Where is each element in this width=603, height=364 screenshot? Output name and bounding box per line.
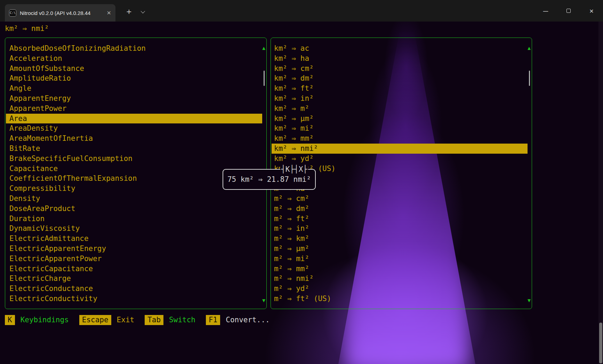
close-button[interactable]: × [580, 0, 603, 22]
command-prompt-icon: C:\ [9, 9, 16, 17]
keybinding-chip-k[interactable]: K [5, 315, 15, 325]
list-item[interactable]: m² ⇒ ft² (US) [272, 294, 528, 304]
list-item[interactable]: km² ⇒ mm² [272, 134, 528, 144]
list-item[interactable]: km² ⇒ ha [272, 54, 528, 64]
list-item[interactable]: km² ⇒ cm² [272, 64, 528, 74]
list-item[interactable]: Duration [6, 214, 262, 224]
scrollbar-thumb[interactable] [264, 71, 265, 86]
titlebar: C:\ Nitrocid v0.2.0 (API v4.0.28.44 × + … [0, 0, 603, 22]
terminal-tab[interactable]: C:\ Nitrocid v0.2.0 (API v4.0.28.44 × [5, 4, 115, 22]
list-item[interactable]: ElectricCapacitance [6, 264, 262, 274]
terminal-viewport: km² ⇒ nmi² AbsorbedDoseOfIonizingRadiati… [0, 22, 603, 364]
list-item[interactable]: m² ⇒ km² [272, 234, 528, 244]
scrollbar-thumb[interactable] [529, 71, 530, 86]
list-item[interactable]: ElectricConductance [6, 284, 262, 294]
list-item[interactable]: ApparentPower [6, 104, 262, 114]
list-item[interactable]: ElectricAdmittance [6, 234, 262, 244]
list-item[interactable]: m² ⇒ cm² [272, 194, 528, 204]
list-item[interactable]: Acceleration [6, 54, 262, 64]
list-item[interactable]: m² ⇒ ft² [272, 214, 528, 224]
terminal-scrollbar-track[interactable] [598, 22, 603, 364]
minimize-button[interactable]: — [534, 0, 557, 22]
tab-dropdown-button[interactable] [136, 6, 148, 17]
scroll-up-icon[interactable]: ▲ [528, 46, 531, 51]
list-item[interactable]: km² ⇒ yd² [272, 154, 528, 164]
list-item[interactable]: ApparentEnergy [6, 94, 262, 104]
window-controls: — × [534, 0, 603, 22]
list-item[interactable]: BrakeSpecificFuelConsumption [6, 154, 262, 164]
list-item[interactable]: km² ⇒ nmi² [272, 144, 528, 154]
list-item[interactable]: BitRate [6, 144, 262, 154]
conversion-result-text: 75 km² ⇒ 21.87 nmi² [223, 175, 315, 184]
keybinding-label-convert: Convert... [226, 316, 270, 324]
list-item[interactable]: AreaDensity [6, 123, 262, 134]
list-item[interactable]: ElectricCharge [6, 274, 262, 284]
list-item[interactable]: km² ⇒ ac [272, 43, 528, 54]
maximize-icon [566, 9, 571, 13]
statusbar: K Keybindings Escape Exit Tab Switch F1 … [5, 314, 280, 325]
list-item[interactable]: m² ⇒ dm² [272, 204, 528, 214]
list-item[interactable]: km² ⇒ in² [272, 94, 528, 104]
list-item[interactable]: AmountOfSubstance [6, 64, 262, 74]
tab-close-icon[interactable]: × [107, 10, 111, 16]
list-item[interactable]: km² ⇒ mi² [272, 123, 528, 134]
scroll-down-icon[interactable]: ▼ [528, 298, 531, 303]
list-item[interactable]: Density [6, 194, 262, 204]
maximize-button[interactable] [557, 0, 580, 22]
list-item[interactable]: DoseAreaProduct [6, 204, 262, 214]
conversion-header: km² ⇒ nmi² [5, 24, 49, 33]
chevron-down-icon [140, 9, 145, 13]
list-item[interactable]: ElectricConductivity [6, 294, 262, 304]
keybinding-label-exit: Exit [117, 316, 135, 324]
list-item[interactable]: AmplitudeRatio [6, 73, 262, 83]
list-item[interactable]: m² ⇒ yd² [272, 284, 528, 294]
list-item[interactable]: AbsorbedDoseOfIonizingRadiation [6, 43, 262, 54]
new-tab-button[interactable]: + [123, 6, 135, 17]
scroll-down-icon[interactable]: ▼ [262, 298, 265, 303]
list-item[interactable]: km² ⇒ dm² [272, 73, 528, 83]
keybinding-chip-tab[interactable]: Tab [145, 315, 163, 325]
list-item[interactable]: m² ⇒ nmi² [272, 274, 528, 284]
list-item[interactable]: ElectricApparentPower [6, 254, 262, 264]
popup-border-buttons[interactable]: ┤K├┤X├ [280, 165, 308, 173]
list-item[interactable]: ElectricApparentEnergy [6, 244, 262, 254]
keybinding-label-keybindings: Keybindings [21, 316, 69, 324]
keybinding-chip-f1[interactable]: F1 [206, 315, 220, 325]
list-item[interactable]: m² ⇒ µm² [272, 244, 528, 254]
list-item[interactable]: DynamicViscosity [6, 224, 262, 234]
conversion-result-popup: ┤K├┤X├ 75 km² ⇒ 21.87 nmi² [223, 169, 316, 190]
list-item[interactable]: Angle [6, 83, 262, 94]
list-item[interactable]: Area [6, 114, 262, 124]
list-item[interactable]: m² ⇒ in² [272, 224, 528, 234]
list-item[interactable]: m² ⇒ mi² [272, 254, 528, 264]
scroll-up-icon[interactable]: ▲ [262, 46, 265, 51]
keybinding-label-switch: Switch [169, 316, 195, 324]
list-item[interactable]: km² ⇒ m² [272, 104, 528, 114]
list-item[interactable]: m² ⇒ mm² [272, 264, 528, 274]
terminal-scrollbar-thumb[interactable] [599, 323, 602, 363]
list-item[interactable]: AreaMomentOfInertia [6, 134, 262, 144]
list-item[interactable]: km² ⇒ ft² [272, 83, 528, 94]
tab-title: Nitrocid v0.2.0 (API v4.0.28.44 [20, 10, 104, 16]
list-item[interactable]: km² ⇒ µm² [272, 114, 528, 124]
keybinding-chip-escape[interactable]: Escape [79, 315, 111, 325]
